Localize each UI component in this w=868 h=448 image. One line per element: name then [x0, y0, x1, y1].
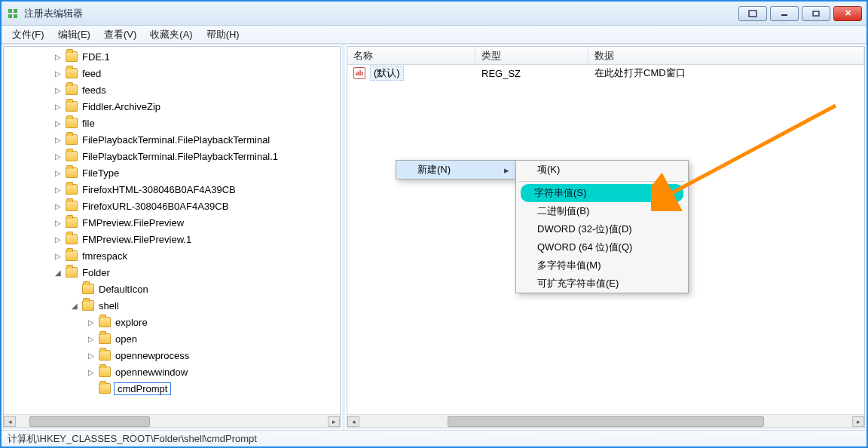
tree-node[interactable]: ▷FirefoxURL-308046B0AF4A39CB — [4, 198, 340, 214]
svg-rect-2 — [8, 14, 12, 18]
node-label: explore — [114, 317, 149, 328]
menu-item[interactable]: 帮助(H) — [200, 26, 246, 43]
expand-icon[interactable]: ▷ — [53, 186, 63, 194]
expand-icon[interactable]: ◢ — [70, 302, 79, 310]
scroll-thumb[interactable] — [29, 416, 150, 427]
svg-rect-6 — [813, 11, 819, 16]
expand-icon[interactable]: ▷ — [53, 103, 63, 111]
expand-icon[interactable]: ▷ — [53, 152, 63, 161]
node-label: FilePlaybackTerminal.FilePlaybackTermina… — [81, 134, 271, 146]
expand-icon[interactable]: ▷ — [87, 368, 96, 376]
node-label: opennewprocess — [114, 350, 191, 361]
tree-node[interactable]: ▷opennewprocess — [4, 347, 340, 364]
grid-header: 名称 类型 数据 — [347, 47, 864, 65]
expand-icon[interactable]: ▷ — [53, 169, 63, 177]
expand-icon[interactable]: ▷ — [53, 219, 63, 227]
node-label: FMPreview.FilePreview — [81, 217, 185, 229]
scroll-right-arrow[interactable]: ▸ — [852, 416, 864, 427]
node-label: Folder — [81, 267, 112, 278]
scroll-left-arrow[interactable]: ◂ — [347, 416, 359, 427]
folder-icon — [66, 234, 78, 244]
scroll-thumb[interactable] — [448, 416, 764, 427]
scroll-left-arrow[interactable]: ◂ — [4, 416, 16, 427]
node-label: DefaultIcon — [97, 284, 150, 295]
expand-icon[interactable]: ▷ — [53, 53, 63, 61]
folder-icon — [66, 267, 78, 278]
expand-icon[interactable]: ▷ — [87, 351, 96, 360]
scroll-right-arrow[interactable]: ▸ — [328, 416, 340, 427]
value-row[interactable]: ab(默认)REG_SZ在此处打开CMD窗口 — [347, 65, 864, 81]
submenu-item[interactable]: DWORD (32-位)值(D) — [516, 220, 688, 238]
tree-node[interactable]: ▷FDE.1 — [4, 48, 340, 65]
tree-node[interactable]: ▷FileType — [4, 164, 340, 181]
node-label: FirefoxURL-308046B0AF4A39CB — [81, 201, 230, 212]
tree-node[interactable]: ▷fmrespack — [4, 247, 340, 264]
submenu-item[interactable]: 可扩充字符串值(E) — [516, 275, 688, 293]
tree-node[interactable]: ▷Fiddler.ArchiveZip — [4, 98, 340, 115]
tree-node[interactable]: cmdPrompt — [4, 380, 340, 397]
h-scrollbar[interactable]: ◂ ▸ — [347, 414, 864, 428]
tree-node[interactable]: ▷FMPreview.FilePreview.1 — [4, 231, 340, 247]
col-type[interactable]: 类型 — [475, 47, 588, 64]
expand-icon[interactable]: ▷ — [87, 335, 96, 343]
tree-node[interactable]: ▷open — [4, 330, 340, 347]
annotation-arrow-icon — [651, 98, 847, 211]
folder-icon — [99, 317, 111, 327]
node-label: feeds — [81, 84, 108, 96]
minimize-button[interactable] — [770, 6, 799, 21]
expand-icon[interactable]: ▷ — [53, 69, 63, 78]
folder-icon — [66, 51, 78, 62]
maximize-button[interactable] — [802, 6, 830, 21]
tree-node[interactable]: ▷FMPreview.FilePreview — [4, 214, 340, 231]
expand-icon[interactable]: ▷ — [87, 318, 96, 327]
folder-icon — [99, 350, 111, 361]
expand-icon[interactable]: ▷ — [53, 252, 63, 260]
node-label: FilePlaybackTerminal.FilePlaybackTermina… — [81, 151, 280, 162]
folder-icon — [66, 201, 78, 211]
expand-icon[interactable]: ▷ — [53, 119, 63, 127]
col-name[interactable]: 名称 — [347, 47, 475, 64]
menu-item[interactable]: 编辑(E) — [52, 26, 96, 43]
folder-icon — [66, 184, 78, 195]
aux-button[interactable] — [738, 6, 767, 21]
node-label: FDE.1 — [81, 51, 112, 63]
menu-item[interactable]: 收藏夹(A) — [144, 26, 198, 43]
tree-node[interactable]: ▷explore — [4, 314, 340, 330]
tree-node[interactable]: ▷FirefoxHTML-308046B0AF4A39CB — [4, 181, 340, 198]
tree-node[interactable]: ▷file — [4, 115, 340, 131]
tree-node[interactable]: ▷opennewwindow — [4, 364, 340, 380]
menu-new[interactable]: 新建(N) 项(K)字符串值(S)二进制值(B)DWORD (32-位)值(D)… — [396, 161, 515, 179]
h-scrollbar[interactable]: ◂ ▸ — [4, 414, 340, 428]
value-type: REG_SZ — [475, 67, 588, 80]
menu-item[interactable]: 文件(F) — [6, 26, 50, 43]
expand-icon[interactable]: ▷ — [53, 202, 63, 210]
expand-icon[interactable]: ◢ — [53, 268, 63, 277]
tree-node[interactable]: ▷feed — [4, 65, 340, 81]
menu-item[interactable]: 查看(V) — [98, 26, 142, 43]
context-menu[interactable]: 新建(N) 项(K)字符串值(S)二进制值(B)DWORD (32-位)值(D)… — [396, 160, 516, 180]
registry-tree[interactable]: ▷FDE.1▷feed▷feeds▷Fiddler.ArchiveZip▷fil… — [4, 47, 340, 414]
expand-icon[interactable]: ▷ — [53, 235, 63, 244]
node-label: feed — [81, 68, 102, 79]
tree-node[interactable]: ▷FilePlaybackTerminal.FilePlaybackTermin… — [4, 131, 340, 148]
folder-icon — [99, 367, 111, 377]
expand-icon[interactable]: ▷ — [53, 136, 63, 144]
tree-node[interactable]: ▷FilePlaybackTerminal.FilePlaybackTermin… — [4, 148, 340, 164]
statusbar: 计算机\HKEY_CLASSES_ROOT\Folder\shell\cmdPr… — [2, 430, 866, 446]
tree-node[interactable]: ◢shell — [4, 297, 340, 314]
tree-node[interactable]: DefaultIcon — [4, 281, 340, 297]
expand-icon[interactable]: ▷ — [53, 86, 63, 94]
folder-icon — [66, 167, 78, 178]
col-data[interactable]: 数据 — [588, 47, 864, 64]
folder-icon — [66, 134, 78, 145]
folder-icon — [66, 84, 78, 95]
submenu-item[interactable]: 多字符串值(M) — [516, 256, 688, 275]
tree-wrap: ▷FDE.1▷feed▷feeds▷Fiddler.ArchiveZip▷fil… — [3, 46, 341, 428]
submenu-item[interactable]: QWORD (64 位)值(Q) — [516, 238, 688, 256]
close-button[interactable]: ✕ — [833, 6, 862, 21]
tree-node[interactable]: ▷feeds — [4, 81, 340, 98]
folder-icon — [66, 151, 78, 161]
titlebar[interactable]: 注册表编辑器 ✕ — [2, 2, 866, 26]
svg-rect-0 — [8, 9, 12, 13]
tree-node[interactable]: ◢Folder — [4, 264, 340, 281]
